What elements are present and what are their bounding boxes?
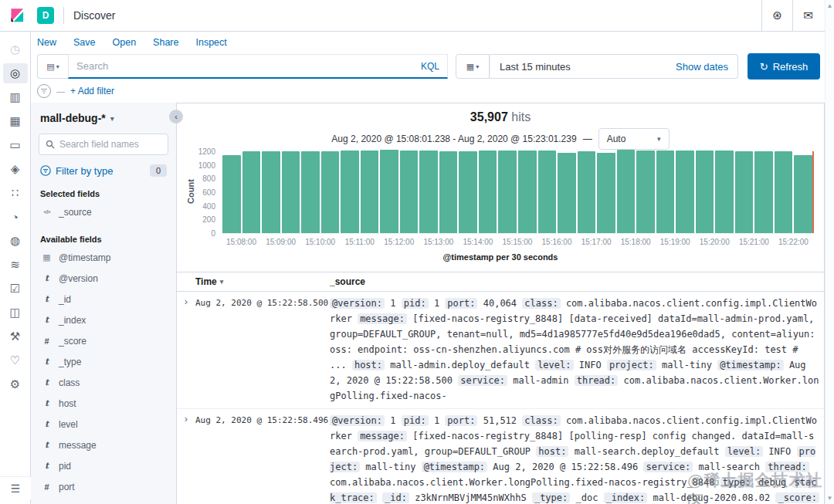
- sort-arrow-icon: ▾: [220, 278, 224, 286]
- nav-item-canvas[interactable]: ▭: [3, 135, 28, 155]
- source-field-value: _doc: [576, 492, 598, 503]
- nav-item-management[interactable]: ⚙: [3, 374, 28, 394]
- histogram-bars: [222, 151, 813, 233]
- nav-item-machine-learning[interactable]: ∷: [3, 183, 28, 203]
- field-item-port[interactable]: #port: [39, 476, 168, 497]
- apm-icon: ◍: [10, 234, 20, 248]
- sidebar-collapse-button[interactable]: ‹: [169, 110, 183, 123]
- source-field-key: _id:: [382, 492, 409, 503]
- page-scrollbar[interactable]: ▲ ▼: [825, 0, 834, 504]
- refresh-button[interactable]: ↻ Refresh: [748, 53, 820, 79]
- histogram-bar: [439, 151, 458, 234]
- kibana-logo[interactable]: [0, 8, 34, 23]
- add-filter-link[interactable]: + Add filter: [70, 86, 114, 96]
- nav-item-logs[interactable]: ≋: [3, 255, 28, 275]
- field-item-_score[interactable]: #_score: [39, 330, 168, 351]
- chevron-down-icon: ▾: [476, 63, 479, 70]
- available-fields-list: ▦@timestampt@versiont_idt_index#_scoret_…: [39, 247, 168, 504]
- nav-collapse-button[interactable]: ☰: [0, 476, 31, 499]
- nav-item-uptime[interactable]: ☑: [3, 279, 28, 299]
- menu-share[interactable]: Share: [153, 37, 178, 48]
- source-field-value: 40,064: [483, 298, 517, 309]
- x-tick: 15:21:00: [734, 238, 774, 246]
- row-source: @version: 1 pid: 1 port: 51,512 class: c…: [330, 413, 824, 504]
- field-item-level[interactable]: tlevel: [39, 414, 168, 435]
- row-source: @version: 1 pid: 1 port: 40,064 class: c…: [330, 296, 824, 404]
- filter-bar: — + Add filter: [37, 84, 114, 98]
- field-item-_source[interactable]: </>_source: [39, 201, 168, 222]
- nav-item-dashboard[interactable]: ▦: [3, 111, 28, 131]
- source-field-key: project:: [607, 360, 656, 370]
- scroll-up-icon[interactable]: ▲: [827, 2, 833, 9]
- nav-item-graph[interactable]: ◔: [3, 207, 28, 227]
- y-tick: 400: [202, 202, 215, 211]
- x-axis-ticks: 15:08:0015:09:0015:10:0015:11:0015:12:00…: [222, 238, 813, 246]
- menu-new[interactable]: New: [37, 37, 56, 48]
- field-item-_type[interactable]: t_type: [39, 351, 168, 372]
- filter-menu-button[interactable]: [37, 84, 51, 98]
- field-search-input[interactable]: [59, 139, 161, 150]
- date-quick-select-button[interactable]: ▦▾: [456, 54, 490, 79]
- time-column-label: Time: [195, 276, 217, 287]
- menu-save[interactable]: Save: [73, 37, 96, 48]
- menu-inspect[interactable]: Inspect: [195, 37, 226, 48]
- time-range-summary: Aug 2, 2020 @ 15:08:01.238 - Aug 2, 2020…: [177, 128, 824, 150]
- field-type-string-icon: t: [42, 357, 52, 367]
- histogram-bar: [459, 151, 477, 233]
- field-item-_id[interactable]: t_id: [39, 289, 168, 310]
- nav-item-dev-tools[interactable]: ⚒: [3, 326, 28, 347]
- x-tick: 15:22:00: [774, 238, 813, 246]
- newsfeed-button[interactable]: ✉: [792, 0, 823, 31]
- histogram-bar: [775, 151, 793, 233]
- x-axis-title: @timestamp per 30 seconds: [177, 252, 824, 262]
- source-column-header: _source: [330, 276, 824, 287]
- field-name: _type: [59, 357, 81, 367]
- field-type-number-icon: #: [42, 337, 52, 346]
- table-rows: ›Aug 2, 2020 @ 15:22:58.500@version: 1 p…: [177, 292, 824, 504]
- field-item-@version[interactable]: t@version: [39, 268, 168, 289]
- field-item-pid[interactable]: tpid: [39, 455, 168, 476]
- time-range-value[interactable]: Last 15 minutes: [500, 61, 571, 73]
- histogram-chart: Count 120010008006004002000 15:08:0015:0…: [177, 151, 824, 262]
- management-icon: ⚙: [10, 377, 20, 391]
- expand-row-icon[interactable]: ›: [177, 413, 195, 504]
- field-item-host[interactable]: thost: [39, 393, 168, 414]
- nav-item-stack-monitoring[interactable]: ♡: [3, 350, 28, 370]
- field-item-project[interactable]: tproject: [39, 497, 168, 504]
- source-field-key: type:: [720, 477, 753, 488]
- kql-toggle[interactable]: KQL: [421, 61, 439, 72]
- nav-item-maps[interactable]: ◈: [3, 159, 28, 179]
- source-field-value: com.alibaba.nacos.client.Worker.longPoll…: [330, 477, 715, 488]
- index-pattern-selector[interactable]: mall-debug-* ▾: [39, 112, 168, 124]
- field-item-_index[interactable]: t_index: [39, 310, 168, 330]
- nav-item-recently-viewed[interactable]: ◷: [3, 39, 28, 59]
- help-button[interactable]: ⊛: [761, 0, 792, 31]
- filter-by-type-button[interactable]: Filter by type 0: [39, 164, 168, 177]
- menu-open[interactable]: Open: [113, 37, 137, 48]
- field-item-class[interactable]: tclass: [39, 372, 168, 393]
- nav-item-metrics[interactable]: ◫: [3, 303, 28, 323]
- discover-app-badge[interactable]: D: [37, 7, 54, 24]
- y-axis-label: Count: [186, 176, 195, 207]
- scroll-down-icon[interactable]: ▼: [827, 495, 833, 502]
- source-field-key: pid:: [402, 298, 429, 309]
- y-tick: 600: [202, 188, 215, 197]
- show-dates-link[interactable]: Show dates: [676, 61, 728, 73]
- saved-query-button[interactable]: ▤▾: [37, 54, 68, 79]
- nav-item-discover[interactable]: ◎: [3, 63, 28, 83]
- nav-item-visualize[interactable]: ▥: [3, 87, 28, 107]
- field-type-string-icon: t: [42, 294, 52, 304]
- row-time: Aug 2, 2020 @ 15:22:58.500: [195, 296, 330, 404]
- field-item-@timestamp[interactable]: ▦@timestamp: [39, 247, 168, 268]
- discover-main-panel: ‹ 35,907 hits Aug 2, 2020 @ 15:08:01.238…: [176, 103, 825, 504]
- search-input[interactable]: [76, 60, 415, 72]
- source-field-key: port:: [445, 298, 477, 309]
- nav-item-apm[interactable]: ◍: [3, 231, 28, 251]
- dashboard-icon: ▦: [9, 114, 20, 128]
- interval-select[interactable]: Auto ▾: [598, 128, 670, 150]
- expand-row-icon[interactable]: ›: [177, 296, 195, 404]
- field-type-string-icon: t: [42, 315, 52, 325]
- source-field-key: class:: [522, 415, 560, 426]
- field-item-message[interactable]: tmessage: [39, 435, 168, 455]
- time-column-header[interactable]: Time ▾: [195, 276, 330, 287]
